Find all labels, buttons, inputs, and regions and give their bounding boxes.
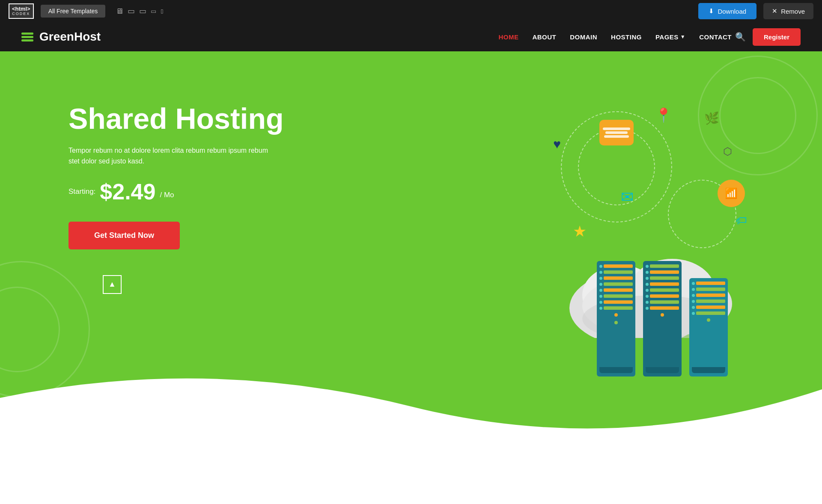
remove-icon: ✕ <box>772 7 777 15</box>
hero-wave <box>0 355 822 458</box>
toolbar-logo-sub: CODEX <box>12 12 30 16</box>
brand-icon-bar1 <box>21 33 33 35</box>
scroll-up-button[interactable]: ▲ <box>103 275 122 294</box>
tablet-small-icon[interactable]: ▭ <box>151 8 156 15</box>
brand-name: GreenHost <box>39 30 101 44</box>
hero-illustration: ♥ 📍 🌿 ⬡ ✉ ★ 📶 🏷 <box>480 94 771 394</box>
tag-icon: 🏷 <box>736 214 747 227</box>
toolbar: <html>CODEX All Free Templates 🖥 ▭ ▭ ▭ ▯… <box>0 0 822 22</box>
scroll-up-icon: ▲ <box>108 280 116 289</box>
server-led-4 <box>707 318 710 322</box>
search-icon[interactable]: 🔍 <box>735 32 746 42</box>
bottom-white-area <box>0 458 822 504</box>
remove-button[interactable]: ✕ Remove <box>763 3 813 19</box>
device-icon-group: 🖥 ▭ ▭ ▭ ▯ <box>116 6 164 16</box>
hero-content: Shared Hosting Tempor rebum no at dolore… <box>0 51 291 294</box>
hero-title: Shared Hosting <box>68 103 291 135</box>
mobile-icon[interactable]: ▯ <box>161 8 164 14</box>
chat-icon <box>599 120 634 145</box>
wifi-icon: 📶 <box>718 180 745 207</box>
laptop-icon[interactable]: ▭ <box>128 6 135 16</box>
price-period: / Mo <box>160 191 174 199</box>
price-amount: $2.49 <box>100 179 155 205</box>
nav-link-contact[interactable]: CONTACT <box>699 33 732 41</box>
download-icon: ⬇ <box>709 7 714 15</box>
get-started-button[interactable]: Get Started Now <box>68 222 180 249</box>
desktop-icon[interactable]: 🖥 <box>116 7 123 16</box>
location-pin-icon: 📍 <box>655 107 672 123</box>
price-label: Starting: <box>68 187 95 196</box>
node-icon: ⬡ <box>723 145 732 157</box>
nav-link-hosting[interactable]: HOSTING <box>611 33 642 41</box>
brand-icon <box>21 33 33 42</box>
toolbar-logo-box: <html>CODEX <box>9 3 34 19</box>
all-free-templates-button[interactable]: All Free Templates <box>41 5 106 18</box>
server-led-3 <box>661 313 664 317</box>
site-navbar: GreenHost HOME ABOUT DOMAIN HOSTING PAGE… <box>0 22 822 51</box>
tablet-icon[interactable]: ▭ <box>139 6 146 16</box>
remove-label: Remove <box>781 8 805 15</box>
hero-section: Shared Hosting Tempor rebum no at dolore… <box>0 51 822 458</box>
site-brand: GreenHost <box>21 30 101 44</box>
leaf-icon: 🌿 <box>704 111 719 125</box>
toolbar-logo: <html>CODEX <box>9 3 34 19</box>
brand-icon-bar3 <box>21 39 33 42</box>
hero-description: Tempor rebum no at dolore lorem clita re… <box>68 145 274 167</box>
star-icon: ★ <box>573 222 587 240</box>
server-led-2 <box>614 321 618 324</box>
server-led-1 <box>614 313 618 317</box>
pages-label: PAGES <box>655 33 679 41</box>
nav-link-pages[interactable]: PAGES ▼ <box>655 33 685 41</box>
nav-link-home[interactable]: HOME <box>498 33 518 41</box>
brand-icon-bar2 <box>21 36 33 38</box>
hero-price: Starting: $2.49 / Mo <box>68 179 291 205</box>
heart-icon: ♥ <box>553 137 561 151</box>
pages-chevron-icon: ▼ <box>680 34 685 40</box>
nav-link-domain[interactable]: DOMAIN <box>570 33 597 41</box>
register-button[interactable]: Register <box>753 28 801 46</box>
download-button[interactable]: ⬇ Download <box>698 3 756 19</box>
nav-link-about[interactable]: ABOUT <box>532 33 556 41</box>
mail-icon: ✉ <box>621 188 634 206</box>
download-label: Download <box>718 8 746 15</box>
nav-links: HOME ABOUT DOMAIN HOSTING PAGES ▼ CONTAC… <box>498 33 732 41</box>
